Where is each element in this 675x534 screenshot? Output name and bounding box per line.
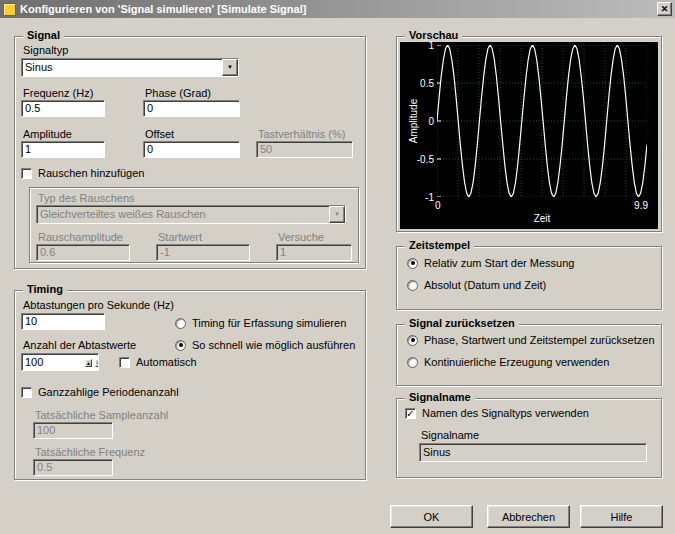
- ytick: -0.5: [400, 154, 434, 165]
- rauschen-checkbox[interactable]: [21, 168, 32, 179]
- reset-phase-radio-row[interactable]: Phase, Startwert und Zeitstempel zurücks…: [407, 334, 655, 346]
- signalname-input: Sinus: [419, 443, 647, 462]
- signaltyp-name-checkbox-label: Namen des Signaltyps verwenden: [422, 407, 589, 419]
- rauschamplitude-label: Rauschamplitude: [38, 231, 123, 243]
- versuche-input: 1: [276, 244, 352, 261]
- phase-input[interactable]: 0: [143, 100, 240, 117]
- ytick: 0: [400, 116, 434, 127]
- anzahl-stepper[interactable]: 100 ▲ ▼: [21, 353, 99, 371]
- sampleanzahl-input: 100: [33, 422, 113, 439]
- spinner-up-icon[interactable]: ▲: [85, 359, 92, 367]
- anzahl-label: Anzahl der Abtastwerte: [23, 339, 136, 351]
- ganzzahlig-checkbox-row[interactable]: Ganzzahlige Periodenanzahl: [21, 386, 179, 398]
- automatisch-checkbox-row[interactable]: Automatisch: [119, 356, 197, 368]
- typ-rauschen-value: Gleichverteiltes weißes Rauschen: [40, 208, 206, 220]
- absolut-radio-row[interactable]: Absolut (Datum und Zeit): [407, 279, 546, 291]
- reset-kontinuierlich-radio-row[interactable]: Kontinuierliche Erzeugung verwenden: [407, 356, 609, 368]
- timing-schnell-radio-row[interactable]: So schnell wie möglich ausführen: [175, 339, 355, 351]
- chart-x-axis-label: Zeit: [437, 213, 647, 224]
- xtick: 0: [435, 200, 441, 211]
- tastverhaeltnis-input: 50: [256, 141, 353, 158]
- timing-simulieren-radio[interactable]: [175, 318, 186, 329]
- signalname-label: Signalname: [421, 429, 479, 441]
- sine-wave-plot: [437, 45, 647, 197]
- tatsfrequenz-label: Tatsächliche Frequenz: [35, 446, 145, 458]
- frequenz-input[interactable]: 0.5: [21, 100, 105, 117]
- absolut-label: Absolut (Datum und Zeit): [424, 279, 546, 291]
- close-icon[interactable]: ✕: [657, 2, 672, 16]
- ytick: 0.5: [400, 78, 434, 89]
- reset-phase-radio[interactable]: [407, 335, 418, 346]
- abtastungen-label: Abtastungen pro Sekunde (Hz): [23, 299, 174, 311]
- timing-group-title: Timing: [23, 283, 67, 295]
- timing-schnell-radio[interactable]: [175, 340, 186, 351]
- startwert-input: -1: [156, 244, 250, 261]
- typ-rauschen-dropdown: Gleichverteiltes weißes Rauschen ▼: [36, 205, 346, 224]
- amplitude-input[interactable]: 1: [21, 141, 105, 158]
- startwert-label: Startwert: [158, 231, 202, 243]
- spinner-down-icon[interactable]: ▼: [95, 359, 99, 367]
- timing-group: Timing Abtastungen pro Sekunde (Hz) 10 T…: [14, 290, 366, 480]
- signal-group-title: Signal: [23, 29, 64, 41]
- spinner-arrows[interactable]: ▲ ▼: [85, 354, 98, 370]
- preview-chart: Amplitude 1 0.5 0 -0.5 -1 0 9.9 Zeit: [400, 42, 658, 229]
- signal-group: Signal Signaltyp Sinus ▼ Frequenz (Hz) 0…: [14, 36, 366, 269]
- signaltyp-name-checkbox-row[interactable]: ✓ Namen des Signaltyps verwenden: [405, 407, 589, 419]
- automatisch-checkbox[interactable]: [119, 357, 130, 368]
- simulate-signal-dialog: Konfigurieren von 'Signal simulieren' [S…: [0, 0, 675, 534]
- tastverhaeltnis-label: Tastverhältnis (%): [258, 128, 345, 140]
- relativ-label: Relativ zum Start der Messung: [424, 257, 574, 269]
- relativ-radio[interactable]: [407, 258, 418, 269]
- signalname-group-title: Signalname: [405, 391, 475, 403]
- chevron-down-icon: ▼: [329, 206, 345, 223]
- signaltyp-value: Sinus: [25, 61, 53, 73]
- timing-simulieren-radio-row[interactable]: Timing für Erfassung simulieren: [175, 317, 346, 329]
- ytick: -1: [400, 192, 434, 203]
- rauschen-checkbox-label: Rauschen hinzufügen: [38, 167, 144, 179]
- reset-kontinuierlich-radio[interactable]: [407, 357, 418, 368]
- automatisch-label: Automatisch: [136, 356, 197, 368]
- anzahl-value: 100: [25, 356, 43, 368]
- zeitstempel-group-title: Zeitstempel: [405, 239, 474, 251]
- amplitude-label: Amplitude: [23, 128, 72, 140]
- signaltyp-label: Signaltyp: [23, 44, 68, 56]
- hilfe-button[interactable]: Hilfe: [580, 505, 663, 528]
- ganzzahlig-label: Ganzzahlige Periodenanzahl: [38, 386, 179, 398]
- reset-group-title: Signal zurücksetzen: [405, 317, 519, 329]
- abtastungen-input[interactable]: 10: [21, 313, 105, 330]
- absolut-radio[interactable]: [407, 280, 418, 291]
- signaltyp-dropdown[interactable]: Sinus ▼: [21, 58, 239, 77]
- reset-group: Signal zurücksetzen Phase, Startwert und…: [396, 324, 662, 386]
- vorschau-group: Vorschau Amplitude 1 0.5 0 -0.5 -1 0 9.9…: [396, 36, 662, 232]
- timing-schnell-label: So schnell wie möglich ausführen: [192, 339, 355, 351]
- signalname-group: Signalname ✓ Namen des Signaltyps verwen…: [396, 398, 662, 478]
- rauschamplitude-input: 0.6: [36, 244, 130, 261]
- ytick: 1: [400, 40, 434, 51]
- abbrechen-button[interactable]: Abbrechen: [487, 505, 570, 528]
- reset-kontinuierlich-label: Kontinuierliche Erzeugung verwenden: [424, 356, 609, 368]
- ok-button[interactable]: OK: [390, 505, 473, 528]
- tatsfrequenz-input: 0.5: [33, 459, 113, 476]
- timing-simulieren-label: Timing für Erfassung simulieren: [192, 317, 346, 329]
- versuche-label: Versuche: [278, 231, 324, 243]
- phase-label: Phase (Grad): [145, 87, 211, 99]
- sampleanzahl-label: Tatsächliche Sampleanzahl: [35, 409, 168, 421]
- reset-phase-label: Phase, Startwert und Zeitstempel zurücks…: [424, 334, 655, 346]
- titlebar[interactable]: Konfigurieren von 'Signal simulieren' [S…: [0, 0, 675, 18]
- offset-input[interactable]: 0: [143, 141, 240, 158]
- window-title: Konfigurieren von 'Signal simulieren' [S…: [20, 3, 657, 15]
- offset-label: Offset: [145, 128, 174, 140]
- ganzzahlig-checkbox[interactable]: [21, 387, 32, 398]
- frequenz-label: Frequenz (Hz): [23, 87, 93, 99]
- rauschen-checkbox-row[interactable]: Rauschen hinzufügen: [21, 167, 144, 179]
- zeitstempel-group: Zeitstempel Relativ zum Start der Messun…: [396, 246, 662, 310]
- signaltyp-name-checkbox[interactable]: ✓: [405, 408, 416, 419]
- relativ-radio-row[interactable]: Relativ zum Start der Messung: [407, 257, 574, 269]
- typ-rauschen-label: Typ des Rauschens: [38, 192, 135, 204]
- xtick: 9.9: [628, 200, 648, 211]
- noise-subgroup: Typ des Rauschens Gleichverteiltes weiße…: [29, 187, 359, 263]
- chevron-down-icon[interactable]: ▼: [222, 59, 238, 76]
- app-icon: [3, 3, 16, 16]
